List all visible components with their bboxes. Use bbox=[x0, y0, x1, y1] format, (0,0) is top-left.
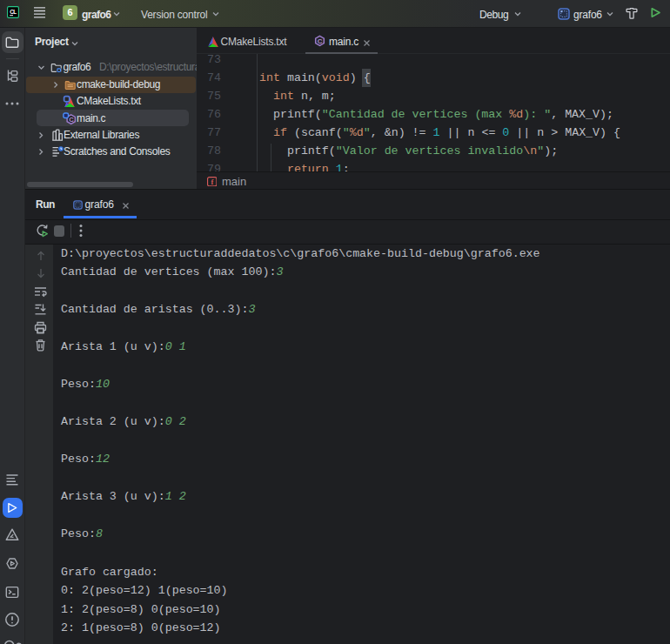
svg-text:f: f bbox=[211, 178, 213, 185]
svg-text:CL: CL bbox=[10, 9, 17, 15]
svg-text:C: C bbox=[318, 37, 323, 45]
svg-text:C: C bbox=[69, 116, 74, 124]
